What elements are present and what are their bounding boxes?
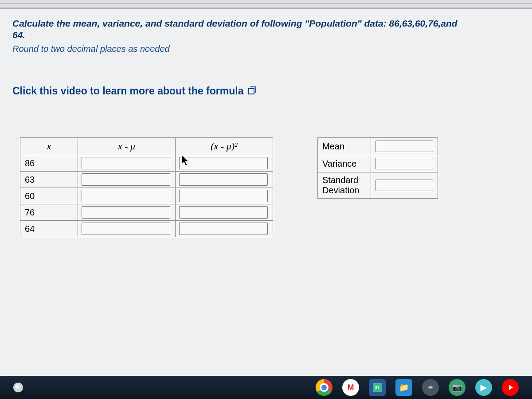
table-header-row: x x - μ (x - μ)²: [20, 138, 273, 155]
col-header-x-minus-mu: x - μ: [78, 138, 176, 155]
start-button-icon[interactable]: [13, 383, 23, 392]
x-minus-mu-sq-input[interactable]: [179, 223, 268, 235]
x-value-cell: 86: [20, 155, 78, 172]
table-row: 76: [20, 204, 273, 221]
video-link-text: Click this video to learn more about the…: [12, 85, 243, 97]
mean-input[interactable]: [376, 141, 433, 152]
x-minus-mu-sq-input[interactable]: [179, 157, 268, 169]
gmail-letter: M: [348, 383, 354, 392]
x-value-cell: 64: [20, 221, 78, 237]
result-row-mean: Mean: [318, 138, 438, 155]
x-minus-mu-input[interactable]: [82, 190, 170, 202]
chrome-icon[interactable]: [316, 379, 332, 396]
rounding-note: Round to two decimal places as needed: [12, 44, 523, 54]
x-minus-mu-sq-input[interactable]: [179, 190, 268, 202]
calendar-icon[interactable]: 31: [369, 379, 386, 396]
play-store-icon[interactable]: ▶: [475, 379, 492, 396]
x-minus-mu-sq-input[interactable]: [179, 173, 268, 186]
table-row: 63: [20, 172, 273, 188]
deviation-table: x x - μ (x - μ)² 86 63 60 76 64: [20, 137, 273, 237]
stddev-label: Standard Deviation: [318, 172, 371, 199]
work-area: x x - μ (x - μ)² 86 63 60 76 64: [20, 137, 438, 237]
result-row-stddev: Standard Deviation: [318, 172, 438, 199]
calendar-date-badge: 31: [373, 383, 382, 392]
col-header-x: x: [20, 138, 78, 155]
x-minus-mu-input[interactable]: [82, 157, 170, 169]
table-row: 86: [20, 155, 273, 172]
camera-icon[interactable]: 📷: [449, 379, 466, 396]
external-link-icon: [248, 88, 254, 94]
x-minus-mu-input[interactable]: [82, 173, 170, 186]
variance-label: Variance: [318, 155, 371, 172]
table-row: 64: [20, 221, 273, 237]
video-help-link[interactable]: Click this video to learn more about the…: [12, 85, 254, 97]
x-minus-mu-sq-input[interactable]: [179, 206, 268, 219]
files-icon[interactable]: 📁: [395, 379, 412, 396]
table-row: 60: [20, 188, 273, 204]
stddev-input[interactable]: [376, 180, 433, 191]
prompt-text-line2: 64.: [12, 30, 25, 40]
x-value-cell: 76: [20, 204, 78, 221]
results-table: Mean Variance Standard Deviation: [317, 137, 438, 199]
result-row-variance: Variance: [318, 155, 438, 172]
youtube-icon[interactable]: [502, 379, 519, 396]
taskbar: M 31 📁 ≡ 📷 ▶: [0, 376, 532, 399]
question-content: Calculate the mean, variance, and standa…: [12, 18, 523, 97]
question-prompt: Calculate the mean, variance, and standa…: [12, 18, 500, 41]
x-value-cell: 63: [20, 172, 78, 188]
x-value-cell: 60: [20, 188, 78, 204]
drive-icon[interactable]: ≡: [422, 379, 439, 396]
mean-label: Mean: [318, 138, 371, 155]
x-minus-mu-input[interactable]: [82, 223, 170, 235]
prompt-text-line1: Calculate the mean, variance, and standa…: [12, 18, 458, 28]
variance-input[interactable]: [376, 158, 433, 169]
x-minus-mu-input[interactable]: [82, 206, 170, 219]
window-chrome-top: [0, 0, 532, 9]
col-header-x-minus-mu-sq: (x - μ)²: [176, 138, 273, 155]
gmail-icon[interactable]: M: [342, 379, 359, 396]
